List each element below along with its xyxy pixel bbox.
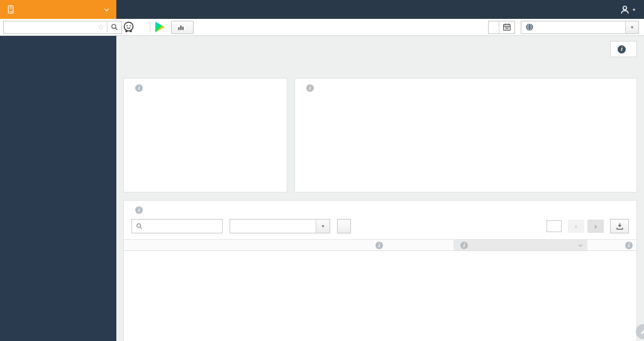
date-range-picker[interactable] [488, 21, 515, 34]
pencil-icon [640, 328, 644, 335]
toolbar: ☆ ▾ [0, 19, 644, 36]
info-icon: i [625, 242, 633, 249]
account-menu[interactable]: ▾ [619, 4, 635, 15]
column-header-index [124, 240, 145, 251]
caret-down-icon: ▾ [633, 7, 635, 13]
download-icon [616, 222, 624, 230]
table-search-input[interactable] [146, 223, 218, 230]
user-icon [619, 4, 630, 15]
top-bar: ▾ [0, 0, 644, 19]
clear-all-button[interactable] [337, 219, 351, 233]
need-help-button[interactable]: i [610, 41, 637, 57]
region-selector[interactable]: ▾ [521, 21, 639, 34]
app-search-input[interactable] [4, 23, 95, 31]
search-icon [136, 223, 143, 230]
info-icon[interactable]: i [306, 84, 314, 92]
current-app[interactable] [116, 21, 145, 34]
popularity-score-panel: i [123, 78, 287, 193]
sort-descending-icon [577, 242, 584, 249]
info-icon[interactable]: i [135, 206, 143, 214]
export-button[interactable] [610, 219, 629, 233]
page-number-input[interactable] [547, 220, 562, 232]
divider [150, 21, 150, 33]
previous-page-button[interactable]: ‹ [568, 220, 584, 233]
chevron-down-icon [103, 6, 110, 13]
info-icon[interactable]: i [135, 84, 143, 92]
waze-app-icon [122, 21, 135, 34]
info-icon: i [375, 242, 383, 249]
globe-icon [525, 23, 534, 31]
column-header-change[interactable]: i [587, 240, 636, 251]
popularity-gauge [143, 111, 269, 176]
column-header-referrer[interactable] [145, 240, 369, 251]
filter-by-source-select[interactable]: ▾ [230, 219, 330, 233]
favorite-star-icon[interactable]: ☆ [95, 23, 107, 31]
app-analysis-menu[interactable] [0, 0, 116, 19]
info-icon: i [618, 45, 626, 53]
traffic-sources-bar-chart [303, 113, 630, 173]
popularity-score-range [124, 92, 287, 93]
page-title [123, 36, 637, 47]
sidebar [0, 36, 116, 341]
google-play-icon [155, 22, 165, 33]
dropdown-arrow-icon: ▾ [316, 220, 330, 233]
next-page-button[interactable]: › [587, 220, 604, 233]
table-search-box [131, 219, 223, 233]
app-search-box: ☆ [3, 21, 122, 34]
column-header-traffic-share[interactable]: i [453, 240, 587, 251]
region-dropdown-icon[interactable]: ▾ [625, 21, 638, 33]
info-icon: i [460, 242, 468, 249]
compare-button[interactable] [171, 21, 194, 34]
column-header-source[interactable]: i [369, 240, 453, 251]
traffic-sources-chart-panel: i [294, 78, 637, 193]
main-content: i i [116, 36, 644, 341]
traffic-source-details-panel: i ▾ ‹ › [123, 200, 637, 341]
traffic-details-table: i i i [124, 239, 636, 251]
calendar-icon[interactable] [499, 21, 514, 33]
mobile-app-icon [6, 4, 15, 15]
bar-chart-icon [177, 24, 184, 31]
